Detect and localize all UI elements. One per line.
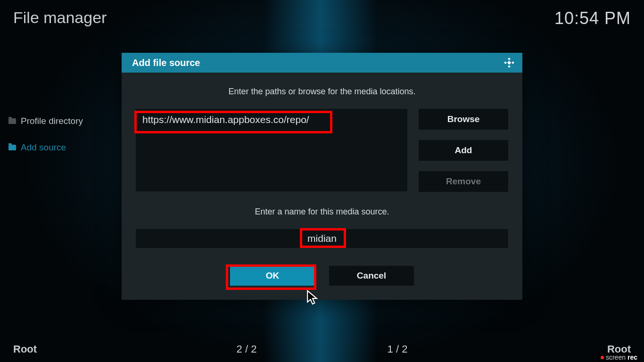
record-dot-icon (601, 356, 604, 359)
source-name-input[interactable]: midian (136, 229, 508, 248)
folder-icon (8, 145, 16, 150)
page-title: File manager (13, 8, 107, 27)
svg-rect-3 (508, 65, 511, 68)
cancel-button[interactable]: Cancel (329, 266, 414, 286)
svg-rect-4 (507, 61, 511, 65)
name-instruction: Enter a name for this media source. (136, 207, 508, 217)
sidebar-item-label: Add source (21, 142, 66, 153)
footer-left-root: Root (13, 343, 37, 355)
svg-rect-0 (508, 58, 511, 60)
sidebar-item-label: Profile directory (21, 116, 83, 126)
pager-left: 2 / 2 (171, 343, 322, 355)
ok-button[interactable]: OK (230, 266, 315, 286)
screenrec-watermark: screen rec (598, 353, 640, 362)
svg-rect-1 (504, 61, 507, 64)
folder-icon (8, 118, 16, 124)
remove-button: Remove (419, 171, 508, 192)
browse-button[interactable]: Browse (419, 109, 508, 130)
footer-bar: Root 2 / 2 1 / 2 Root (13, 343, 631, 355)
dialog-header: Add file source (122, 53, 522, 73)
clock: 10:54 PM (554, 8, 631, 28)
svg-rect-2 (512, 61, 514, 64)
source-url-input[interactable]: https://www.midian.appboxes.co/repo/ (136, 109, 407, 131)
app-header: File manager 10:54 PM (13, 8, 631, 28)
pager-right: 1 / 2 (322, 343, 473, 355)
file-sidebar: Profile directory Add source (8, 116, 122, 169)
sidebar-item-profile-directory[interactable]: Profile directory (8, 116, 122, 126)
kodi-logo-icon (504, 57, 515, 68)
paths-instruction: Enter the paths or browse for the media … (136, 87, 508, 97)
watermark-text-2: rec (627, 354, 637, 361)
add-button[interactable]: Add (419, 140, 508, 161)
watermark-text-1: screen (606, 354, 626, 361)
paths-listbox[interactable]: https://www.midian.appboxes.co/repo/ (136, 109, 407, 191)
dialog-title: Add file source (132, 58, 200, 68)
dialog-body: Enter the paths or browse for the media … (122, 73, 522, 300)
sidebar-item-add-source[interactable]: Add source (8, 142, 122, 153)
add-file-source-dialog: Add file source Enter the paths or brows… (122, 53, 522, 300)
